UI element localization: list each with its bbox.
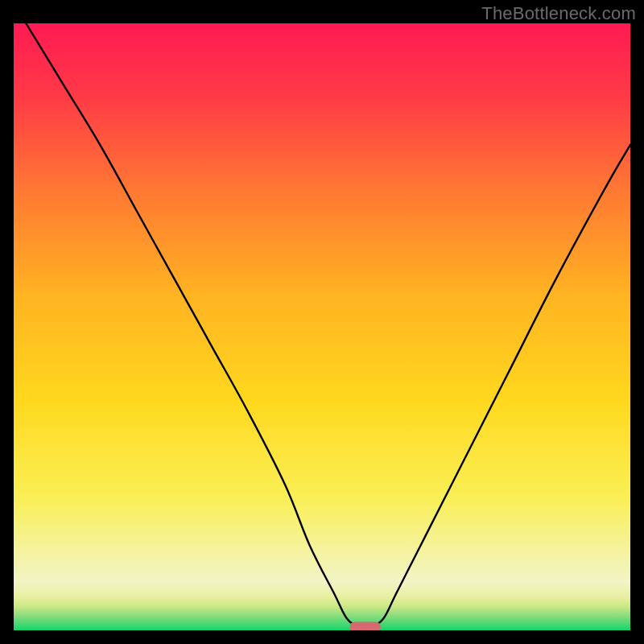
plot-area — [14, 23, 630, 630]
watermark-text: TheBottleneck.com — [481, 3, 636, 24]
gradient-background — [14, 23, 630, 630]
valley-marker — [349, 621, 380, 630]
chart-svg — [14, 23, 630, 630]
chart-frame: TheBottleneck.com — [0, 0, 644, 644]
